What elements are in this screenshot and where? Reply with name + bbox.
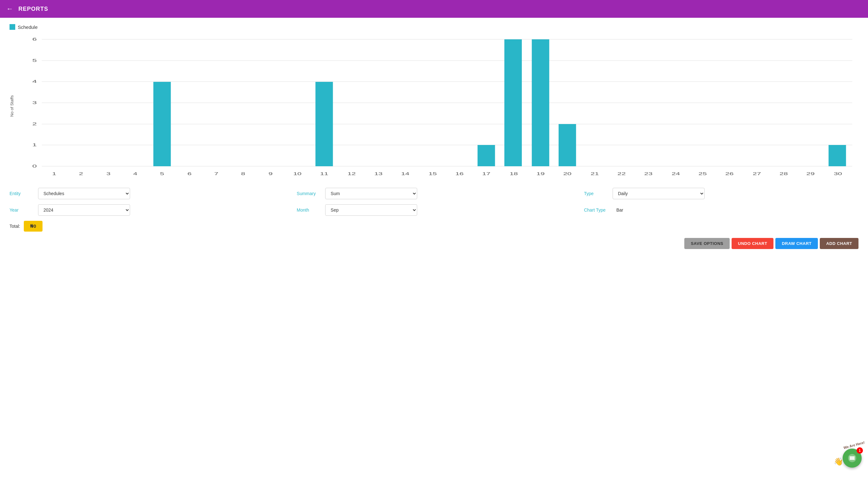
total-label: Total:: [9, 224, 20, 229]
month-label: Month: [297, 208, 325, 213]
svg-text:25: 25: [699, 172, 707, 176]
svg-text:13: 13: [374, 172, 383, 176]
svg-text:15: 15: [429, 172, 437, 176]
type-label: Type: [584, 191, 613, 196]
svg-text:6: 6: [188, 172, 192, 176]
svg-text:17: 17: [482, 172, 491, 176]
svg-text:16: 16: [455, 172, 463, 176]
add-chart-button[interactable]: ADD CHART: [820, 238, 859, 249]
svg-text:5: 5: [32, 58, 37, 63]
header: ← REPORTS: [0, 0, 868, 18]
year-group: Year 2024: [9, 204, 284, 216]
svg-text:5: 5: [160, 172, 164, 176]
entity-group: Entity Schedules: [9, 188, 284, 199]
controls-section: Entity Schedules Summary Sum Type Daily …: [0, 182, 868, 216]
save-options-button[interactable]: SAVE OPTIONS: [684, 238, 730, 249]
bar-day20: [559, 124, 576, 166]
summary-select[interactable]: Sum: [325, 188, 417, 199]
bar-day30: [829, 145, 846, 166]
entity-select[interactable]: Schedules: [38, 188, 130, 199]
svg-text:2: 2: [32, 122, 37, 126]
page-title: REPORTS: [18, 6, 48, 13]
year-select[interactable]: 2024: [38, 204, 130, 216]
bar-day19: [532, 39, 549, 166]
bar-day17: [477, 145, 495, 166]
svg-text:12: 12: [347, 172, 356, 176]
svg-text:1: 1: [32, 143, 37, 147]
svg-text:23: 23: [644, 172, 653, 176]
svg-text:8: 8: [241, 172, 245, 176]
svg-text:2: 2: [79, 172, 83, 176]
legend-label: Schedule: [18, 24, 38, 30]
bar-day5: [153, 82, 171, 166]
svg-text:0: 0: [32, 164, 37, 168]
chart-type-value: Bar: [616, 208, 623, 213]
svg-text:26: 26: [725, 172, 734, 176]
svg-text:22: 22: [617, 172, 626, 176]
controls-row-2: Year 2024 Month Sep Chart Type Bar: [9, 204, 859, 216]
controls-row-1: Entity Schedules Summary Sum Type Daily: [9, 188, 859, 199]
draw-chart-button[interactable]: DRAW CHART: [775, 238, 818, 249]
chart-inner: 0 1 2 3 4 5 6 1 2 3 4 5 6 7 8 9 10 11 12: [17, 33, 859, 179]
year-label: Year: [9, 208, 38, 213]
undo-chart-button[interactable]: UNDO CHART: [732, 238, 774, 249]
svg-text:18: 18: [509, 172, 518, 176]
chart-section: Schedule No of Staffs 0 1 2 3 4: [0, 18, 868, 182]
svg-text:4: 4: [133, 172, 137, 176]
svg-text:24: 24: [672, 172, 680, 176]
month-group: Month Sep: [297, 204, 571, 216]
bar-day11: [316, 82, 333, 166]
bar-day18: [504, 39, 522, 166]
summary-label: Summary: [297, 191, 325, 196]
type-select[interactable]: Daily: [613, 188, 704, 199]
svg-text:6: 6: [32, 37, 37, 41]
chart-type-group: Chart Type Bar: [584, 208, 859, 213]
svg-text:7: 7: [214, 172, 218, 176]
svg-text:21: 21: [591, 172, 599, 176]
legend-color-box: [9, 24, 15, 30]
svg-text:27: 27: [753, 172, 761, 176]
bar-chart: 0 1 2 3 4 5 6 1 2 3 4 5 6 7 8 9 10 11 12: [17, 33, 859, 179]
svg-text:30: 30: [834, 172, 842, 176]
svg-text:20: 20: [563, 172, 571, 176]
svg-text:14: 14: [401, 172, 409, 176]
svg-text:3: 3: [32, 100, 37, 105]
chart-type-label: Chart Type: [584, 208, 613, 213]
svg-text:9: 9: [268, 172, 273, 176]
svg-text:1: 1: [52, 172, 56, 176]
svg-text:3: 3: [106, 172, 110, 176]
svg-text:11: 11: [320, 172, 328, 176]
summary-group: Summary Sum: [297, 188, 571, 199]
y-axis-label: No of Staffs: [9, 33, 14, 179]
svg-text:4: 4: [32, 79, 37, 83]
entity-label: Entity: [9, 191, 38, 196]
month-select[interactable]: Sep: [325, 204, 417, 216]
svg-text:28: 28: [780, 172, 788, 176]
type-group: Type Daily: [584, 188, 859, 199]
svg-text:10: 10: [293, 172, 301, 176]
bottom-buttons: SAVE OPTIONS UNDO CHART DRAW CHART ADD C…: [0, 235, 868, 255]
svg-text:29: 29: [806, 172, 815, 176]
total-badge: ₦0: [24, 221, 42, 232]
total-row: Total: ₦0: [0, 221, 868, 235]
back-button[interactable]: ←: [6, 5, 13, 13]
chart-wrapper: No of Staffs 0 1 2 3 4 5 6: [9, 33, 859, 179]
chart-legend: Schedule: [9, 24, 859, 30]
svg-text:19: 19: [537, 172, 545, 176]
